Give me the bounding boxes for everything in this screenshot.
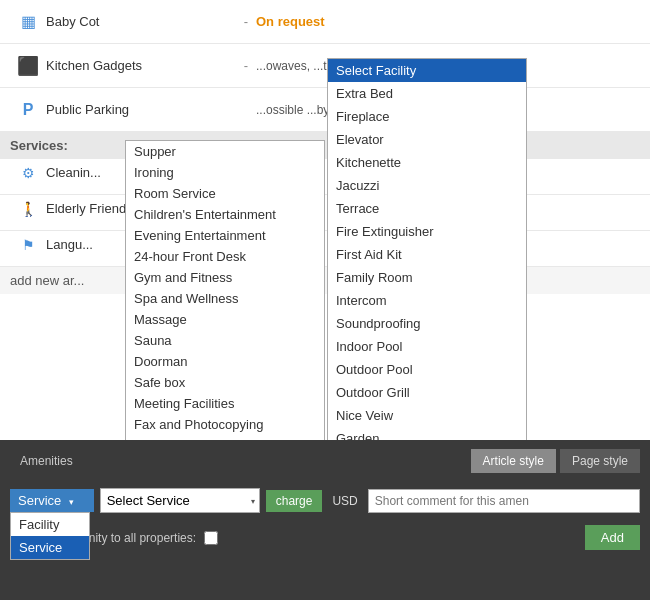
select-service-wrapper[interactable]: Select Service ▾ xyxy=(100,488,260,513)
dropdown-item-meeting-facilities[interactable]: Meeting Facilities xyxy=(126,393,324,414)
apply-checkbox[interactable] xyxy=(204,531,218,545)
dropdown-item-currency[interactable]: Currency Exchange xyxy=(126,435,324,440)
service-type-arrow: ▾ xyxy=(69,497,74,507)
baby-cot-row: ▦ Baby Cot - On request xyxy=(0,0,650,44)
kitchen-gadgets-icon: ⬛ xyxy=(10,55,46,77)
dropdown-item-outdoor-grill[interactable]: Outdoor Grill xyxy=(328,381,526,404)
kitchen-gadgets-row: ⬛ Kitchen Gadgets - ...owaves, ...tle xyxy=(0,44,650,88)
dropdown-item-select-facility[interactable]: Select Facility xyxy=(328,59,526,82)
service-type-select[interactable]: Service ▾ xyxy=(10,489,94,512)
dropdown-item-room-service[interactable]: Room Service xyxy=(126,183,324,204)
add-button[interactable]: Add xyxy=(585,525,640,550)
dropdown-item-children-entertainment[interactable]: Children's Entertainment xyxy=(126,204,324,225)
dropdown-item-intercom[interactable]: Intercom xyxy=(328,289,526,312)
page-style-button[interactable]: Page style xyxy=(560,449,640,473)
dropdown-item-supper[interactable]: Supper xyxy=(126,141,324,162)
elderly-icon: 🚶 xyxy=(10,201,46,217)
comment-input[interactable] xyxy=(368,489,640,513)
right-facility-dropdown[interactable]: Select Facility Extra Bed Fireplace Elev… xyxy=(327,58,527,440)
dropdown-item-safe-box[interactable]: Safe box xyxy=(126,372,324,393)
dropdown-item-spa[interactable]: Spa and Wellness xyxy=(126,288,324,309)
dropdown-item-evening-entertainment[interactable]: Evening Entertainment xyxy=(126,225,324,246)
service-selector-row: Service ▾ Select Service ▾ charge USD xyxy=(0,482,650,519)
baby-cot-label: Baby Cot xyxy=(46,14,236,29)
public-parking-label: Public Parking xyxy=(46,102,236,117)
bottom-toolbar: Amenities Article style Page style Servi… xyxy=(0,440,650,600)
dropdown-item-kitchenette[interactable]: Kitchenette xyxy=(328,151,526,174)
charge-button[interactable]: charge xyxy=(266,490,323,512)
amenities-section-label: Amenities xyxy=(10,448,83,474)
select-service-label: Select Service xyxy=(107,493,190,508)
dropdown-item-fax[interactable]: Fax and Photocopying xyxy=(126,414,324,435)
baby-cot-dash: - xyxy=(236,14,256,29)
dropdown-item-garden[interactable]: Garden xyxy=(328,427,526,440)
cleaning-row: ⚙ Cleanin... xyxy=(0,159,650,195)
apply-row: Apply this amenity to all properties: Ad… xyxy=(0,519,650,556)
baby-cot-icon: ▦ xyxy=(10,12,46,31)
add-new-text: add new ar... xyxy=(10,273,84,288)
article-style-button[interactable]: Article style xyxy=(471,449,556,473)
service-type-wrapper[interactable]: Service ▾ xyxy=(10,489,94,512)
dropdown-item-fire-extinguisher[interactable]: Fire Extinguisher xyxy=(328,220,526,243)
services-section-label: Services: xyxy=(10,138,68,153)
dropdown-item-nice-veiw[interactable]: Nice Veiw xyxy=(328,404,526,427)
dropdown-item-sauna[interactable]: Sauna xyxy=(126,330,324,351)
left-service-dropdown[interactable]: Supper Ironing Room Service Children's E… xyxy=(125,140,325,440)
kitchen-gadgets-label: Kitchen Gadgets xyxy=(46,58,236,73)
dropdown-item-extra-bed[interactable]: Extra Bed xyxy=(328,82,526,105)
dropdown-item-first-aid[interactable]: First Aid Kit xyxy=(328,243,526,266)
select-service-arrow: ▾ xyxy=(251,496,255,505)
type-dropdown[interactable]: Facility Service xyxy=(10,512,90,560)
elderly-row: 🚶 Elderly Friend... ...ble xyxy=(0,195,650,231)
parking-icon: P xyxy=(10,101,46,119)
dropdown-item-family-room[interactable]: Family Room xyxy=(328,266,526,289)
toolbar-top: Amenities Article style Page style xyxy=(0,440,650,482)
dropdown-item-outdoor-pool[interactable]: Outdoor Pool xyxy=(328,358,526,381)
language-row: ⚑ Langu... xyxy=(0,231,650,267)
dropdown-item-jacuzzi[interactable]: Jacuzzi xyxy=(328,174,526,197)
dropdown-item-terrace[interactable]: Terrace xyxy=(328,197,526,220)
language-icon: ⚑ xyxy=(10,237,46,253)
dropdown-item-soundproofing[interactable]: Soundproofing xyxy=(328,312,526,335)
type-facility-item[interactable]: Facility xyxy=(11,513,89,536)
cleaning-icon: ⚙ xyxy=(10,165,46,181)
select-service-select[interactable]: Select Service ▾ xyxy=(100,488,260,513)
dropdown-item-24h-front-desk[interactable]: 24-hour Front Desk xyxy=(126,246,324,267)
services-header: Services: xyxy=(0,132,650,159)
dropdown-item-indoor-pool[interactable]: Indoor Pool xyxy=(328,335,526,358)
dropdown-item-fireplace[interactable]: Fireplace xyxy=(328,105,526,128)
dropdown-item-gym[interactable]: Gym and Fitness xyxy=(126,267,324,288)
public-parking-row: P Public Parking ...ossible ...by xyxy=(0,88,650,132)
usd-label: USD xyxy=(328,494,361,508)
dropdown-item-massage[interactable]: Massage xyxy=(126,309,324,330)
baby-cot-value: On request xyxy=(256,14,640,29)
dropdown-item-elevator[interactable]: Elevator xyxy=(328,128,526,151)
type-service-item[interactable]: Service xyxy=(11,536,89,559)
add-new-row: add new ar... xyxy=(0,267,650,294)
dropdown-item-ironing[interactable]: Ironing xyxy=(126,162,324,183)
kitchen-gadgets-dash: - xyxy=(236,58,256,73)
dropdown-item-doorman[interactable]: Doorman xyxy=(126,351,324,372)
service-type-label: Service xyxy=(18,493,61,508)
